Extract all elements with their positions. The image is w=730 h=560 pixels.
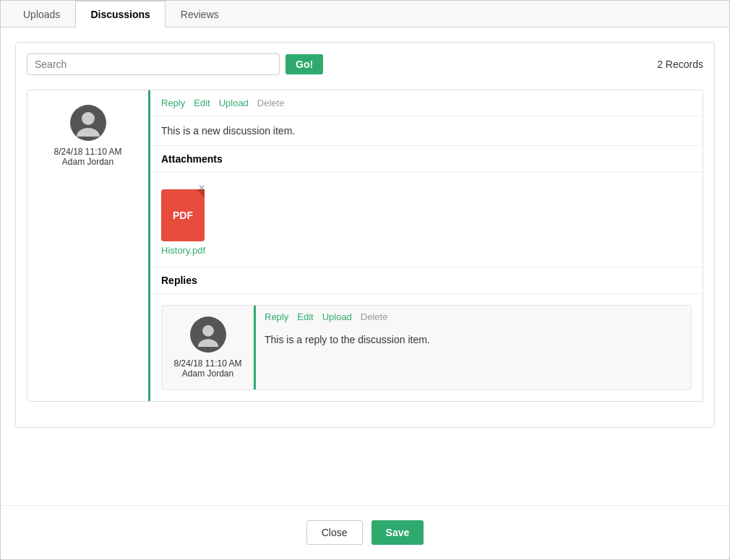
records-count: 2 Records xyxy=(657,59,703,70)
tab-discussions[interactable]: Discussions xyxy=(75,1,165,27)
bottom-bar: Close Save xyxy=(1,505,729,559)
close-button[interactable]: Close xyxy=(306,520,363,545)
svg-point-3 xyxy=(198,339,218,347)
discussion-message: This is a new discussion item. xyxy=(150,116,703,146)
upload-link[interactable]: Upload xyxy=(219,98,249,108)
edit-link[interactable]: Edit xyxy=(194,98,210,108)
pdf-icon[interactable]: PDF xyxy=(161,189,205,241)
discussion-username: Adam Jordan xyxy=(62,157,113,167)
reply-avatar xyxy=(190,316,226,353)
avatar xyxy=(70,105,106,141)
svg-point-0 xyxy=(82,112,95,125)
main-content: Go! 2 Records 8/24/18 11:10 AM Adam Jord… xyxy=(1,27,729,505)
discussion-card: 8/24/18 11:10 AM Adam Jordan Reply Edit … xyxy=(27,90,703,402)
reply-card: 8/24/18 11:10 AM Adam Jordan Reply Edit … xyxy=(161,305,692,390)
reply-action-bar: Reply Edit Upload Delete xyxy=(256,306,691,328)
search-left: Go! xyxy=(27,53,323,75)
reply-content: Reply Edit Upload Delete This is a reply… xyxy=(256,306,691,389)
replies-content: 8/24/18 11:10 AM Adam Jordan Reply Edit … xyxy=(150,294,703,401)
attachments-area: ✕ PDF History.pdf xyxy=(150,173,703,267)
pdf-label: PDF xyxy=(173,210,193,221)
go-button[interactable]: Go! xyxy=(285,54,323,74)
reply-link[interactable]: Reply xyxy=(161,98,185,108)
replies-header: Replies xyxy=(150,267,703,294)
replies-section: Replies xyxy=(150,267,703,401)
tabs-bar: Uploads Discussions Reviews xyxy=(1,1,729,27)
search-input[interactable] xyxy=(27,53,280,75)
tab-uploads[interactable]: Uploads xyxy=(8,1,75,27)
attachment-item: ✕ PDF History.pdf xyxy=(161,184,205,256)
reply-upload-link[interactable]: Upload xyxy=(322,311,352,322)
reply-username: Adam Jordan xyxy=(182,369,233,379)
reply-author: 8/24/18 11:10 AM Adam Jordan xyxy=(162,306,256,389)
svg-point-2 xyxy=(202,325,214,337)
delete-link[interactable]: Delete xyxy=(257,98,285,108)
search-bar: Go! 2 Records xyxy=(27,53,703,75)
reply-delete-link[interactable]: Delete xyxy=(361,311,388,322)
discussion-content: Reply Edit Upload Delete This is a new d… xyxy=(150,90,703,401)
tab-reviews[interactable]: Reviews xyxy=(166,1,234,27)
reply-date: 8/24/18 11:10 AM xyxy=(173,358,241,369)
reply-edit-link[interactable]: Edit xyxy=(297,311,313,322)
save-button[interactable]: Save xyxy=(372,520,424,545)
attachments-header: Attachments xyxy=(150,146,703,173)
discussion-author: 8/24/18 11:10 AM Adam Jordan xyxy=(27,90,150,401)
reply-reply-link[interactable]: Reply xyxy=(265,311,288,322)
attachment-filename[interactable]: History.pdf xyxy=(161,245,205,256)
discussion-date: 8/24/18 11:10 AM xyxy=(53,147,121,157)
discussion-action-bar: Reply Edit Upload Delete xyxy=(150,90,703,116)
svg-point-1 xyxy=(77,128,100,137)
reply-message: This is a reply to the discussion item. xyxy=(256,328,691,356)
